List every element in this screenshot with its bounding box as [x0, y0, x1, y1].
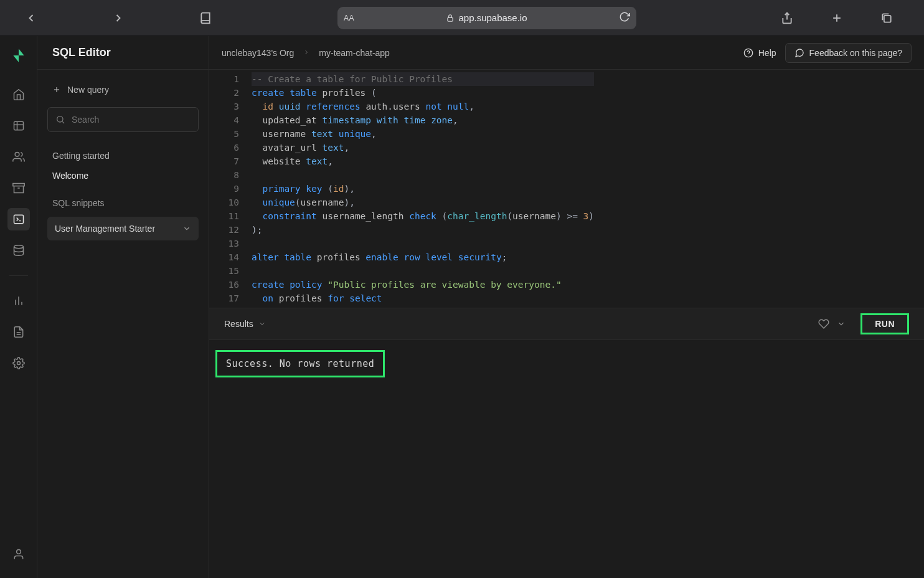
svg-line-24 — [62, 121, 64, 123]
help-button[interactable]: Help — [743, 48, 776, 58]
tabs-button[interactable] — [862, 6, 912, 31]
file-icon — [12, 326, 25, 338]
nav-logs[interactable] — [7, 321, 30, 343]
breadcrumb-project[interactable]: my-team-chat-app — [319, 48, 390, 58]
svg-point-19 — [17, 362, 20, 365]
plus-icon — [831, 12, 843, 24]
nav-database[interactable] — [7, 239, 30, 262]
chevron-down-icon — [258, 320, 266, 328]
svg-rect-5 — [14, 121, 23, 130]
nav-reports[interactable] — [7, 290, 30, 312]
breadcrumb-org[interactable]: unclebay143's Org — [222, 48, 294, 58]
nav-table-editor[interactable] — [7, 115, 30, 137]
svg-point-23 — [57, 116, 63, 122]
database-icon — [12, 244, 25, 257]
nav-auth[interactable] — [7, 146, 30, 168]
snippet-item-active[interactable]: User Management Starter — [47, 217, 199, 240]
icon-rail — [0, 36, 37, 578]
main-panel: unclebay143's Org my-team-chat-app Help … — [209, 36, 924, 578]
share-button[interactable] — [762, 6, 812, 31]
terminal-icon — [12, 213, 25, 225]
book-icon — [199, 12, 212, 24]
snippets-section-label: SQL snippets — [47, 186, 199, 213]
feedback-button[interactable]: Feedback on this page? — [785, 43, 912, 63]
sidebar: SQL Editor New query Getting started Wel… — [37, 36, 209, 578]
snippet-item-label: User Management Starter — [55, 224, 155, 234]
favorite-button[interactable] — [818, 318, 829, 329]
nav-settings[interactable] — [7, 352, 30, 374]
browser-toolbar: AA app.supabase.io — [0, 0, 924, 36]
forward-button[interactable] — [100, 6, 137, 31]
table-icon — [12, 120, 25, 132]
sidebar-item-getting-started[interactable]: Getting started — [47, 146, 199, 166]
rail-divider — [9, 275, 28, 276]
chevron-right-icon — [112, 12, 125, 24]
url-text: app.supabase.io — [458, 12, 527, 23]
nav-storage[interactable] — [7, 177, 30, 199]
line-gutter: 1234567891011121314151617 — [209, 70, 248, 308]
address-bar[interactable]: AA app.supabase.io — [337, 7, 636, 29]
sidebar-item-welcome[interactable]: Welcome — [47, 166, 199, 186]
feedback-label: Feedback on this page? — [809, 48, 902, 58]
help-label: Help — [758, 48, 776, 58]
help-icon — [743, 48, 753, 58]
svg-rect-9 — [12, 184, 24, 186]
archive-icon — [12, 182, 25, 194]
nav-sql-editor[interactable] — [7, 208, 30, 230]
new-query-label: New query — [67, 85, 109, 95]
heart-icon — [818, 318, 829, 329]
breadcrumb-separator — [303, 48, 310, 58]
svg-rect-4 — [884, 15, 891, 22]
nav-account[interactable] — [7, 543, 30, 566]
textsize-button[interactable]: AA — [344, 14, 354, 22]
result-message: Success. No rows returned — [215, 350, 385, 377]
tabs-icon — [880, 12, 893, 24]
app-root: SQL Editor New query Getting started Wel… — [0, 36, 924, 578]
results-tab-label: Results — [224, 319, 253, 329]
message-icon — [794, 48, 804, 58]
supabase-logo-icon — [11, 47, 27, 64]
nav-home[interactable] — [7, 83, 30, 106]
reload-icon — [619, 11, 630, 22]
svg-point-8 — [15, 153, 19, 157]
results-panel: Success. No rows returned — [209, 340, 924, 578]
new-query-button[interactable]: New query — [47, 81, 199, 98]
chevron-left-icon — [25, 12, 37, 24]
search-box[interactable] — [47, 107, 199, 132]
svg-point-20 — [16, 550, 21, 554]
new-tab-button[interactable] — [812, 6, 862, 31]
chevron-down-icon — [837, 320, 846, 328]
chevron-down-icon — [182, 224, 191, 233]
topbar: unclebay143's Org my-team-chat-app Help … — [209, 36, 924, 70]
bookmarks-button[interactable] — [187, 6, 224, 31]
bar-chart-icon — [12, 295, 25, 307]
code-editor[interactable]: 1234567891011121314151617 -- Create a ta… — [209, 70, 924, 308]
search-icon — [55, 115, 65, 125]
url-display: app.supabase.io — [354, 12, 619, 23]
reload-button[interactable] — [619, 11, 630, 25]
results-bar: Results RUN — [209, 308, 924, 340]
search-input[interactable] — [72, 115, 191, 125]
results-tab[interactable]: Results — [224, 319, 266, 329]
sidebar-title: SQL Editor — [37, 36, 209, 70]
plus-icon — [52, 85, 61, 94]
run-button[interactable]: RUN — [860, 313, 909, 334]
user-icon — [12, 548, 25, 561]
share-icon — [781, 12, 793, 24]
back-button[interactable] — [12, 6, 50, 31]
svg-rect-0 — [448, 17, 453, 21]
gear-icon — [12, 357, 25, 369]
home-icon — [12, 88, 25, 101]
lock-icon — [446, 14, 455, 22]
run-options-dropdown[interactable] — [837, 320, 846, 328]
users-icon — [12, 151, 25, 163]
code-area[interactable]: -- Create a table for Public Profilescre… — [248, 70, 594, 308]
svg-point-13 — [14, 245, 23, 249]
run-label: RUN — [875, 319, 895, 329]
